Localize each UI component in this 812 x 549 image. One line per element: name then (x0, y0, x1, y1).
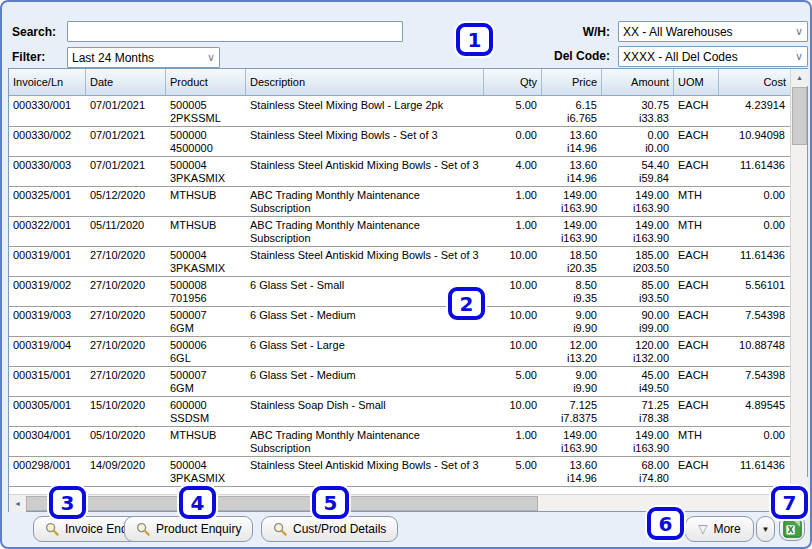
cell-description: ABC Trading Monthly Maintenance Subscrip… (246, 217, 484, 246)
cell-uom: EACH (674, 127, 719, 156)
product-enquiry-button[interactable]: Product Enquiry (124, 516, 253, 542)
cell-invoice: 000325/001 (9, 187, 86, 216)
column-header-price[interactable]: Price (542, 69, 602, 95)
cell-description: Stainless Steel Mixing Bowl - Large 2pk (246, 97, 484, 126)
table-row[interactable]: 000298/00114/09/20205000043PKASMIXStainl… (9, 457, 790, 487)
cell-qty: 10.00 (484, 307, 542, 336)
cell-description: Stainless Steel Mixing Bowls - Set of 3 (246, 127, 484, 156)
table-row[interactable]: 000319/00127/10/20205000043PKASMIXStainl… (9, 247, 790, 277)
table-row[interactable]: 000319/00327/10/20205000076GM6 Glass Set… (9, 307, 790, 337)
cell-amount: 85.00i93.50 (602, 277, 674, 306)
table-row[interactable]: 000315/00127/10/20205000076GM6 Glass Set… (9, 367, 790, 397)
cell-product: 5000076GM (166, 307, 246, 336)
column-header-product[interactable]: Product (166, 69, 246, 95)
cell-uom: EACH (674, 307, 719, 336)
cell-invoice: 000298/001 (9, 457, 86, 486)
cell-amount: 185.00i203.50 (602, 247, 674, 276)
cell-date: 27/10/2020 (86, 247, 166, 276)
table-row[interactable]: 000304/00105/10/2020MTHSUBABC Trading Mo… (9, 427, 790, 457)
cell-invoice: 000305/001 (9, 397, 86, 426)
column-header-description[interactable]: Description (246, 69, 484, 95)
delcode-dropdown[interactable]: XXXX - All Del Codes ∨ (618, 46, 808, 67)
callout-6: 6 (647, 507, 684, 540)
cell-date: 14/09/2020 (86, 457, 166, 486)
column-header-invoice[interactable]: Invoice/Ln (9, 69, 86, 95)
table-row[interactable]: 000325/00105/12/2020MTHSUBABC Trading Mo… (9, 187, 790, 217)
cell-price: 7.125i7.8375 (542, 397, 602, 426)
vertical-scrollbar-thumb[interactable] (792, 87, 807, 145)
table-row[interactable]: 000330/00207/01/20215000004500000Stainle… (9, 127, 790, 157)
more-dropdown-button[interactable]: ▼ (756, 516, 775, 542)
cell-qty: 5.00 (484, 367, 542, 396)
cell-price: 149.00i163.90 (542, 427, 602, 456)
delcode-label: Del Code: (550, 49, 610, 63)
cell-description: Stainless Steel Antiskid Mixing Bowls - … (246, 247, 484, 276)
cell-uom: EACH (674, 97, 719, 126)
cell-description: 6 Glass Set - Medium (246, 367, 484, 396)
table-row[interactable]: 000330/00107/01/20215000052PKSSMLStainle… (9, 97, 790, 127)
cell-invoice: 000315/001 (9, 367, 86, 396)
cell-qty: 5.00 (484, 97, 542, 126)
callout-1: 1 (456, 23, 493, 56)
column-header-amount[interactable]: Amount (602, 69, 674, 95)
cell-price: 9.00i9.90 (542, 307, 602, 336)
column-header-uom[interactable]: UOM (674, 69, 719, 95)
cust-prod-details-button[interactable]: Cust/Prod Details (261, 516, 398, 542)
table-row[interactable]: 000319/00227/10/20205000087019566 Glass … (9, 277, 790, 307)
cell-product: MTHSUB (166, 187, 246, 216)
table-header: Invoice/Ln Date Product Description Qty … (9, 69, 790, 96)
cell-invoice: 000319/001 (9, 247, 86, 276)
cell-amount: 149.00i163.90 (602, 427, 674, 456)
table-row[interactable]: 000305/00115/10/2020600000SSDSMStainless… (9, 397, 790, 427)
cell-date: 15/10/2020 (86, 397, 166, 426)
cell-amount: 90.00i99.00 (602, 307, 674, 336)
cell-product: 5000066GL (166, 337, 246, 366)
warehouse-label: W/H: (550, 25, 610, 39)
warehouse-dropdown[interactable]: XX - All Warehouses ∨ (618, 21, 808, 42)
cell-uom: MTH (674, 187, 719, 216)
cell-description: ABC Trading Monthly Maintenance Subscrip… (246, 187, 484, 216)
cust-prod-details-label: Cust/Prod Details (293, 522, 386, 536)
callout-7: 7 (771, 486, 808, 519)
cell-qty: 10.00 (484, 277, 542, 306)
cell-price: 18.50i20.35 (542, 247, 602, 276)
cell-qty: 10.00 (484, 337, 542, 366)
scroll-left-icon[interactable]: ◄ (9, 495, 26, 512)
cell-product: 600000SSDSM (166, 397, 246, 426)
column-header-cost[interactable]: Cost (719, 69, 790, 95)
horizontal-scrollbar-thumb[interactable] (26, 496, 538, 511)
column-header-date[interactable]: Date (86, 69, 166, 95)
cell-uom: EACH (674, 367, 719, 396)
cell-cost: 5.56101 (719, 277, 790, 306)
table-row[interactable]: 000322/00105/11/2020MTHSUBABC Trading Mo… (9, 217, 790, 247)
cell-product: MTHSUB (166, 427, 246, 456)
scroll-up-icon[interactable]: ▲ (791, 69, 808, 86)
product-enquiry-label: Product Enquiry (156, 522, 241, 536)
cell-price: 8.50i9.35 (542, 277, 602, 306)
table-row[interactable]: 000319/00427/10/20205000066GL6 Glass Set… (9, 337, 790, 367)
cell-price: 12.00i13.20 (542, 337, 602, 366)
table-row[interactable]: 000330/00307/01/20215000043PKASMIXStainl… (9, 157, 790, 187)
cell-qty: 1.00 (484, 427, 542, 456)
cell-uom: EACH (674, 157, 719, 186)
cell-price: 9.00i9.90 (542, 367, 602, 396)
filter-dropdown[interactable]: Last 24 Months ∨ (67, 47, 220, 68)
vertical-scrollbar[interactable]: ▲ ▼ (790, 69, 807, 494)
filter-label: Filter: (12, 50, 45, 64)
cell-product: 5000043PKASMIX (166, 457, 246, 486)
cell-date: 07/01/2021 (86, 127, 166, 156)
cell-amount: 149.00i163.90 (602, 187, 674, 216)
column-header-qty[interactable]: Qty (484, 69, 542, 95)
cell-invoice: 000330/001 (9, 97, 86, 126)
cell-description: Stainless Soap Dish - Small (246, 397, 484, 426)
search-input[interactable] (67, 21, 403, 42)
cell-cost: 11.61436 (719, 457, 790, 486)
cell-invoice: 000319/004 (9, 337, 86, 366)
dropdown-arrow-icon: ▼ (762, 525, 770, 534)
search-label: Search: (12, 25, 56, 39)
more-button[interactable]: ▽ More (685, 516, 754, 542)
cell-cost: 10.88748 (719, 337, 790, 366)
cell-product: 500008701956 (166, 277, 246, 306)
magnifier-icon (273, 522, 287, 536)
cell-qty: 10.00 (484, 247, 542, 276)
